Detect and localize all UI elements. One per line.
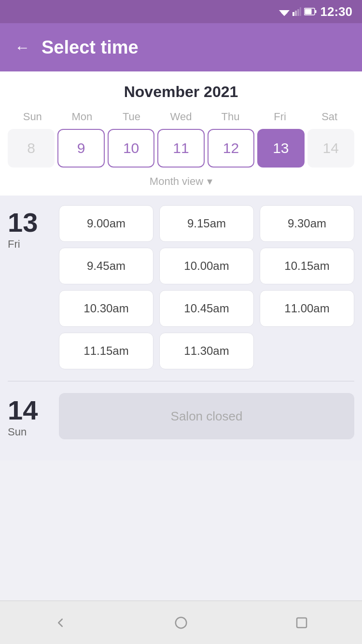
day-14-number: 14 — [8, 397, 38, 424]
time-slot-1100am[interactable]: 11.00am — [260, 290, 354, 327]
svg-rect-2 — [292, 12, 294, 16]
cal-day-8[interactable]: 8 — [8, 129, 55, 168]
wifi-icon — [279, 7, 290, 16]
svg-point-9 — [176, 617, 187, 628]
salon-closed-text: Salon closed — [171, 409, 243, 424]
day-14-row: 14 Sun Salon closed — [8, 393, 354, 439]
day-13-time-grid: 9.00am 9.15am 9.30am 9.45am 10.00am 10.1… — [59, 205, 354, 369]
weekday-tue: Tue — [107, 111, 156, 123]
status-icons — [279, 7, 317, 16]
svg-rect-8 — [305, 9, 311, 14]
time-slot-1115am[interactable]: 11.15am — [59, 333, 153, 369]
status-time: 12:30 — [320, 4, 353, 19]
month-view-label: Month view — [150, 175, 203, 188]
svg-rect-10 — [297, 618, 306, 628]
svg-rect-4 — [297, 9, 299, 16]
svg-marker-1 — [281, 13, 288, 16]
calendar-days: 8 9 10 11 12 13 14 — [8, 129, 354, 168]
section-divider — [8, 381, 354, 381]
month-view-toggle[interactable]: Month view ▾ — [8, 175, 354, 188]
nav-recent-button[interactable] — [292, 613, 311, 632]
salon-closed-box: Salon closed — [59, 393, 354, 439]
chevron-down-icon: ▾ — [207, 175, 212, 188]
weekday-sat: Sat — [305, 111, 354, 123]
cal-day-11[interactable]: 11 — [157, 129, 204, 168]
time-slot-945am[interactable]: 9.45am — [59, 248, 153, 284]
time-slot-900am[interactable]: 9.00am — [59, 205, 153, 242]
svg-rect-5 — [300, 7, 301, 16]
cal-day-10[interactable]: 10 — [108, 129, 154, 168]
time-slot-1015am[interactable]: 10.15am — [260, 248, 354, 284]
cal-day-9[interactable]: 9 — [57, 129, 104, 168]
day-14-name: Sun — [8, 426, 27, 438]
weekday-fri: Fri — [255, 111, 305, 123]
day-14-label: 14 Sun — [8, 393, 51, 439]
calendar-month-year: November 2021 — [8, 83, 354, 101]
cal-day-13[interactable]: 13 — [257, 129, 304, 168]
nav-back-button[interactable] — [51, 613, 70, 632]
status-bar: 12:30 — [0, 0, 362, 23]
cal-day-14[interactable]: 14 — [307, 129, 354, 168]
time-slot-1130am[interactable]: 11.30am — [159, 333, 254, 369]
time-slot-930am[interactable]: 9.30am — [260, 205, 354, 242]
svg-rect-3 — [295, 11, 297, 16]
back-button[interactable]: ← — [14, 39, 30, 56]
bottom-navigation — [0, 601, 362, 644]
signal-icon — [292, 7, 301, 16]
time-slot-915am[interactable]: 9.15am — [159, 205, 254, 242]
day-13-label: 13 Fri — [8, 205, 51, 369]
day-13-row: 13 Fri 9.00am 9.15am 9.30am 9.45am 10.00… — [8, 205, 354, 369]
time-slot-1000am[interactable]: 10.00am — [159, 248, 254, 284]
day-13-number: 13 — [8, 209, 38, 236]
time-slot-1045am[interactable]: 10.45am — [159, 290, 254, 327]
app-header: ← Select time — [0, 23, 362, 71]
day-13-name: Fri — [8, 238, 20, 251]
slots-section: 13 Fri 9.00am 9.15am 9.30am 9.45am 10.00… — [0, 196, 362, 461]
weekday-sun: Sun — [8, 111, 57, 123]
page-title: Select time — [42, 37, 139, 58]
calendar-weekdays: Sun Mon Tue Wed Thu Fri Sat — [8, 111, 354, 123]
nav-home-button[interactable] — [171, 613, 191, 632]
calendar-section: November 2021 Sun Mon Tue Wed Thu Fri Sa… — [0, 71, 362, 196]
battery-icon — [304, 8, 317, 15]
weekday-thu: Thu — [206, 111, 255, 123]
svg-rect-7 — [315, 10, 316, 13]
weekday-wed: Wed — [156, 111, 206, 123]
weekday-mon: Mon — [57, 111, 107, 123]
cal-day-12[interactable]: 12 — [208, 129, 254, 168]
time-slot-1030am[interactable]: 10.30am — [59, 290, 153, 327]
